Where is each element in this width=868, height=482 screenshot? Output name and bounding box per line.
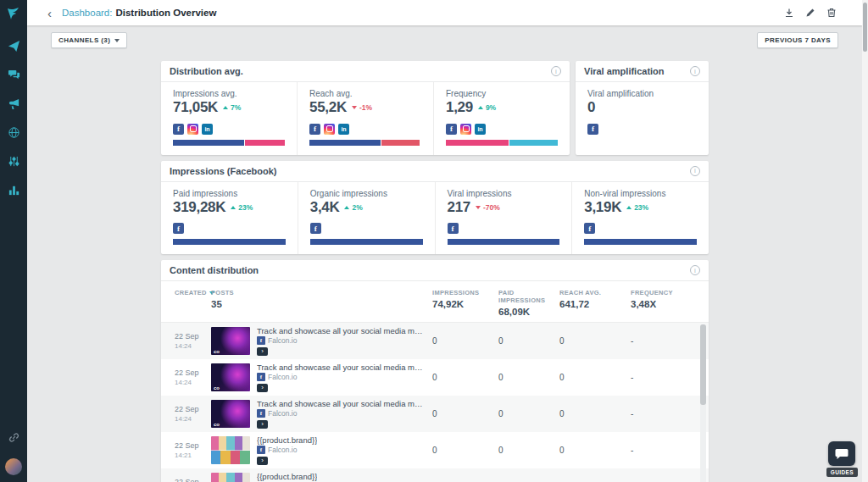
sliders-icon[interactable]: [7, 154, 20, 168]
impressions-value: 0: [432, 336, 498, 346]
user-avatar[interactable]: [5, 458, 22, 475]
bar-segment: [509, 140, 558, 146]
posts-total: 35: [211, 299, 432, 309]
paid-impressions-value: 0: [498, 336, 559, 346]
metric-value: 3,4K: [310, 200, 340, 216]
distribution-bar: [448, 239, 560, 245]
channel-icons: [448, 223, 560, 234]
table-row[interactable]: 22 Sep14:20 {{product.brand}} Falcon.io …: [161, 468, 709, 482]
paid-total: 68,09K: [498, 307, 559, 317]
metric-paid-impressions: Paid impressions 319,28K 23%: [161, 182, 298, 255]
metric-delta: 9%: [478, 103, 496, 112]
viral-amplification-card: Viral amplification Viral amplification …: [576, 61, 709, 155]
caret-up-icon: [626, 206, 632, 209]
info-icon[interactable]: [690, 265, 700, 275]
metric-impressions-avg: Impressions avg. 71,05K 7%: [161, 82, 298, 155]
post-title: Track and showcase all your social media…: [257, 326, 424, 335]
paid-impressions-value: 0: [498, 373, 559, 382]
falcon-logo-icon[interactable]: [6, 6, 21, 23]
period-filter-button[interactable]: PREVIOUS 7 DAYS: [757, 32, 838, 48]
metric-value: 3,19K: [584, 200, 621, 216]
distribution-bar: [446, 140, 558, 146]
frequency-total: 3,48X: [631, 299, 697, 309]
back-button[interactable]: [47, 7, 52, 19]
instagram-icon: [187, 124, 198, 135]
table-row[interactable]: 22 Sep14:21 {{product.brand}} Falcon.io …: [161, 432, 709, 468]
boost-icon: [257, 420, 268, 429]
metric-delta: -70%: [476, 203, 500, 212]
card-title: Content distribution: [170, 265, 259, 275]
impressions-value: 0: [432, 409, 498, 418]
chat-bubble-icon[interactable]: [828, 441, 855, 466]
paid-impressions-value: 0: [498, 446, 559, 455]
bar-segment: [245, 140, 284, 146]
table-row[interactable]: 22 Sep14:24 Track and showcase all your …: [161, 323, 709, 359]
frequency-value: -: [631, 336, 697, 346]
guides-widget[interactable]: GUIDES: [826, 441, 858, 477]
boost-icon: [257, 347, 268, 356]
reach-avg-value: 0: [559, 336, 631, 346]
caret-up-icon: [344, 206, 349, 209]
reach-avg-value: 0: [559, 409, 631, 418]
caret-up-icon: [223, 106, 228, 109]
channel-icons: [587, 124, 697, 135]
breadcrumb[interactable]: Dashboard:: [62, 8, 112, 18]
metric-label: Frequency: [446, 89, 558, 98]
metric-delta: 23%: [626, 203, 648, 212]
guides-label: GUIDES: [826, 468, 858, 477]
period-filter-label: PREVIOUS 7 DAYS: [765, 36, 831, 44]
linkedin-icon: [202, 124, 213, 135]
post-time: 14:24: [175, 379, 211, 386]
post-source: Falcon.io: [268, 409, 298, 418]
page-scrollbar[interactable]: [862, 0, 868, 482]
facebook-icon: [257, 336, 265, 345]
sidebar: [0, 0, 27, 482]
info-icon[interactable]: [690, 166, 700, 176]
facebook-icon: [587, 124, 598, 135]
chat-bubbles-icon[interactable]: [7, 68, 20, 81]
page-title: Distribution Overview: [115, 8, 216, 18]
distribution-avg-card: Distribution avg. Impressions avg. 71,05…: [161, 61, 570, 155]
table-scrollbar-thumb[interactable]: [700, 324, 706, 405]
info-icon[interactable]: [551, 66, 561, 76]
chevron-down-icon: [114, 39, 120, 42]
link-icon[interactable]: [7, 430, 20, 444]
post-title: Track and showcase all your social media…: [257, 399, 424, 408]
page-scrollbar-thumb[interactable]: [863, 3, 867, 52]
post-source: Falcon.io: [268, 446, 298, 454]
bar-segment: [584, 239, 697, 245]
post-time: 14:24: [175, 415, 211, 423]
bar-chart-icon[interactable]: [7, 183, 20, 197]
channels-filter-button[interactable]: CHANNELS (3): [51, 32, 127, 48]
facebook-icon: [257, 446, 265, 454]
frequency-value: -: [631, 409, 697, 418]
table-row[interactable]: 22 Sep14:24 Track and showcase all your …: [161, 396, 709, 432]
column-posts: POSTS 35: [211, 286, 432, 309]
channel-icons: [173, 124, 285, 135]
edit-pencil-icon[interactable]: [805, 8, 815, 18]
table-scrollbar[interactable]: [700, 324, 706, 482]
metric-label: Paid impressions: [173, 189, 286, 198]
download-icon[interactable]: [784, 8, 794, 18]
info-icon[interactable]: [690, 66, 700, 76]
frequency-value: -: [631, 373, 697, 382]
impressions-total: 74,92K: [432, 299, 498, 309]
filter-toolbar: CHANNELS (3) PREVIOUS 7 DAYS: [27, 25, 862, 48]
distribution-bar: [173, 239, 286, 245]
reach-total: 641,72: [559, 299, 631, 309]
paper-plane-icon[interactable]: [7, 39, 20, 53]
post-date: 22 Sep: [175, 368, 211, 377]
megaphone-icon[interactable]: [7, 97, 20, 110]
card-title: Impressions (Facebook): [170, 166, 277, 176]
trash-icon[interactable]: [826, 8, 837, 18]
column-created[interactable]: CREATED: [175, 286, 211, 296]
globe-icon[interactable]: [7, 125, 20, 139]
table-row[interactable]: 22 Sep14:24 Track and showcase all your …: [161, 359, 709, 396]
metric-value: 217: [448, 200, 470, 216]
boost-icon: [257, 384, 268, 392]
paid-impressions-value: 0: [498, 409, 559, 418]
card-title: Viral amplification: [584, 66, 665, 76]
metric-nonviral-impressions: Non-viral impressions 3,19K 23%: [572, 182, 709, 255]
metric-delta: -1%: [352, 103, 372, 112]
bar-segment: [173, 239, 286, 245]
